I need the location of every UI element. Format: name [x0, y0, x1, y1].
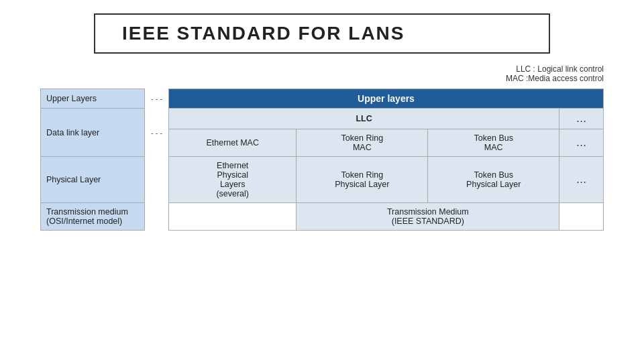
- dots-2: …: [559, 129, 604, 157]
- transmission-medium-cell: Transmission Medium (IEEE STANDARD): [297, 203, 559, 231]
- upper-layers-label: Upper Layers: [41, 89, 145, 109]
- eth-transmission-empty: [169, 203, 297, 231]
- legend-line2: MAC :Media access control: [506, 74, 604, 83]
- transmission-label: Transmission medium (OSI/Internet model): [41, 203, 145, 231]
- sep-3: [145, 157, 169, 203]
- ieee-standards-table: Upper Layers - - - Upper layers Data lin…: [40, 88, 604, 231]
- token-bus-phys-cell: Token Bus Physical Layer: [428, 157, 559, 203]
- token-ring-mac-header: Token Ring MAC: [297, 129, 428, 157]
- sep-1: - - -: [145, 89, 169, 109]
- eth-phys-cell: Ethernet Physical Layers (several): [169, 157, 297, 203]
- title-box: IEEE STANDARD FOR LANS: [94, 13, 550, 54]
- sep-2: - - -: [145, 109, 169, 157]
- token-bus-mac-header: Token Bus MAC: [428, 129, 559, 157]
- dots-transmission-empty: [559, 203, 604, 231]
- data-link-label: Data link layer: [41, 109, 145, 157]
- physical-layer-label: Physical Layer: [41, 157, 145, 203]
- page-title: IEEE STANDARD FOR LANS: [122, 23, 522, 44]
- sep-4: [145, 203, 169, 231]
- token-ring-phys-cell: Token Ring Physical Layer: [297, 157, 428, 203]
- dots-1: …: [559, 109, 604, 129]
- dots-3: …: [559, 157, 604, 203]
- legend-line1: LLC : Logical link control: [506, 64, 604, 74]
- eth-mac-header: Ethernet MAC: [169, 129, 297, 157]
- upper-layers-header: Upper layers: [169, 89, 604, 109]
- legend: LLC : Logical link control MAC :Media ac…: [506, 64, 604, 83]
- llc-cell: LLC: [169, 109, 559, 129]
